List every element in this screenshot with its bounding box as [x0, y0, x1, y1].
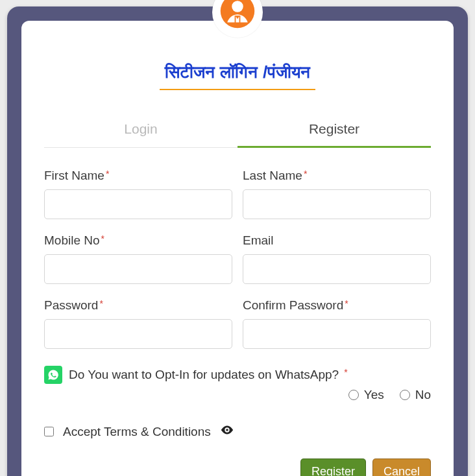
label-password: Password*: [44, 298, 232, 313]
tab-login[interactable]: Login: [44, 116, 238, 148]
whatsapp-optin-row: Do You want to Opt-In for updates on Wha…: [44, 366, 431, 402]
title-underline: [160, 89, 315, 90]
field-first-name: First Name*: [44, 169, 232, 219]
tab-register[interactable]: Register: [238, 116, 431, 148]
register-form: First Name* Last Name* Mobile No* Email …: [44, 169, 431, 476]
whatsapp-yes-radio[interactable]: [348, 390, 359, 400]
email-input[interactable]: [243, 254, 431, 284]
required-icon: *: [344, 367, 347, 377]
terms-row: Accept Terms & Conditions: [44, 423, 431, 440]
svg-point-1: [232, 1, 243, 12]
user-icon: [219, 0, 256, 32]
required-icon: *: [345, 298, 348, 309]
first-name-input[interactable]: [44, 189, 232, 219]
field-mobile: Mobile No*: [44, 233, 232, 284]
terms-checkbox[interactable]: [44, 427, 54, 436]
whatsapp-icon: [44, 366, 62, 384]
field-confirm-password: Confirm Password*: [243, 298, 431, 349]
label-email: Email: [243, 233, 431, 248]
confirm-password-input[interactable]: [243, 319, 431, 349]
register-button[interactable]: Register: [300, 458, 366, 476]
mobile-input[interactable]: [44, 254, 232, 284]
whatsapp-radio-group: Yes No: [348, 388, 431, 402]
whatsapp-question: Do You want to Opt-In for updates on Wha…: [69, 368, 339, 382]
label-first-name: First Name*: [44, 169, 232, 183]
last-name-input[interactable]: [243, 189, 431, 219]
required-icon: *: [106, 169, 109, 179]
frame: सिटीजन लॉगिन /पंजीयन Login Register Firs…: [7, 6, 468, 476]
field-last-name: Last Name*: [243, 169, 431, 219]
label-confirm-password: Confirm Password*: [243, 298, 431, 313]
required-icon: *: [304, 169, 307, 179]
cancel-button[interactable]: Cancel: [372, 458, 431, 476]
whatsapp-yes-option[interactable]: Yes: [348, 388, 384, 402]
page-title: सिटीजन लॉगिन /पंजीयन: [44, 62, 431, 82]
tabs: Login Register: [44, 116, 431, 148]
whatsapp-no-radio[interactable]: [400, 390, 410, 400]
whatsapp-no-option[interactable]: No: [400, 388, 431, 402]
password-input[interactable]: [44, 319, 232, 349]
button-row: Register Cancel: [44, 458, 431, 476]
card: सिटीजन लॉगिन /पंजीयन Login Register Firs…: [21, 21, 454, 476]
terms-label: Accept Terms & Conditions: [63, 425, 211, 439]
required-icon: *: [101, 233, 104, 244]
field-email: Email: [243, 233, 431, 284]
required-icon: *: [99, 298, 103, 309]
eye-icon[interactable]: [220, 423, 234, 440]
label-last-name: Last Name*: [243, 169, 431, 183]
label-mobile: Mobile No*: [44, 233, 232, 248]
field-password: Password*: [44, 298, 232, 349]
